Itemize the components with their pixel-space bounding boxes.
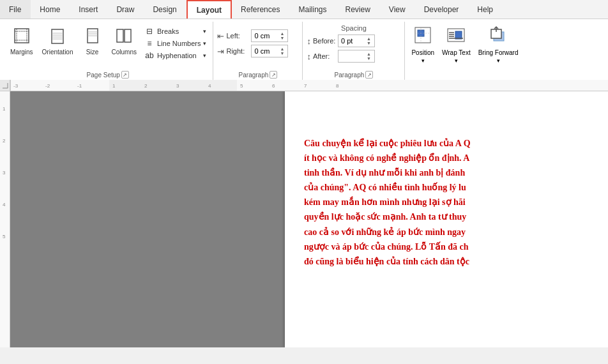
position-dropdown-icon: ▾ bbox=[422, 57, 425, 64]
tab-insert[interactable]: Insert bbox=[70, 0, 107, 19]
indent-right-spinners[interactable]: ▲ ▼ bbox=[280, 47, 285, 56]
position-button[interactable]: Position ▾ bbox=[409, 24, 437, 65]
paragraph-label[interactable]: Paragraph ↗ bbox=[217, 69, 298, 79]
breaks-button[interactable]: ⊟ Breaks ▾ bbox=[142, 26, 209, 37]
tab-layout[interactable]: Layout bbox=[186, 0, 232, 19]
bring-forward-dropdown-icon: ▾ bbox=[497, 57, 500, 64]
vertical-ruler: 1 2 3 4 5 bbox=[0, 91, 10, 347]
indent-left-down[interactable]: ▼ bbox=[280, 36, 285, 40]
indent-right-input[interactable]: ▲ ▼ bbox=[251, 45, 288, 57]
svg-rect-5 bbox=[52, 29, 63, 43]
spacing-before-icon: ↕ bbox=[307, 36, 311, 46]
hyphenation-button[interactable]: ab Hyphenation ▾ bbox=[142, 50, 209, 61]
page-setup-buttons: Margins Orientation bbox=[6, 24, 209, 69]
columns-icon bbox=[115, 27, 133, 47]
spacing-before-row: ↕ Before: ▲ ▼ bbox=[307, 34, 375, 47]
wrap-text-icon bbox=[446, 26, 466, 48]
tab-design[interactable]: Design bbox=[144, 0, 186, 19]
document-text: Câu chuyện kể lại cuộc phiêu lưu của A Q… bbox=[298, 136, 608, 269]
size-button[interactable]: Size bbox=[79, 24, 107, 59]
spacing-before-value[interactable] bbox=[341, 37, 365, 45]
hyphenation-icon: ab bbox=[144, 51, 155, 60]
arrange-buttons: Position ▾ Wrap Text ▾ bbox=[409, 24, 521, 77]
svg-text:6: 6 bbox=[272, 83, 275, 89]
spacing-controls: ↕ Before: ▲ ▼ ↕ After: ▲ ▼ bbox=[307, 33, 400, 69]
spacing-after-down[interactable]: ▼ bbox=[366, 56, 372, 61]
tab-help[interactable]: Help bbox=[468, 0, 503, 19]
spacing-after-icon: ↕ bbox=[307, 52, 311, 61]
spacing-group: Spacing ↕ Before: ▲ ▼ ↕ After: bbox=[303, 22, 405, 80]
svg-rect-21 bbox=[455, 31, 462, 39]
ruler-marks-area: -3 -2 -1 1 2 3 4 5 6 7 8 bbox=[10, 80, 608, 91]
page-setup-label[interactable]: Page Setup ↗ bbox=[6, 69, 209, 79]
indent-group: ⇤ Left: ▲ ▼ ⇥ Right: ▲ ▼ bbox=[213, 22, 303, 80]
orientation-icon bbox=[49, 27, 66, 47]
svg-text:-1: -1 bbox=[77, 83, 82, 89]
paragraph-dialog-icon[interactable]: ↗ bbox=[270, 71, 277, 79]
svg-text:5: 5 bbox=[3, 234, 6, 239]
bring-forward-button[interactable]: Bring Forward ▾ bbox=[476, 24, 521, 65]
tab-developer[interactable]: Developer bbox=[415, 0, 469, 19]
spacing-before-input[interactable]: ▲ ▼ bbox=[338, 34, 375, 47]
columns-button[interactable]: Columns bbox=[108, 24, 141, 59]
svg-rect-35 bbox=[109, 80, 237, 91]
spacing-dialog-icon[interactable]: ↗ bbox=[365, 71, 373, 79]
indent-right-value[interactable] bbox=[254, 47, 278, 55]
tab-references[interactable]: References bbox=[232, 0, 289, 19]
page-setup-dialog-icon[interactable]: ↗ bbox=[121, 71, 129, 79]
margins-button[interactable]: Margins bbox=[6, 24, 37, 59]
spacing-before-down[interactable]: ▼ bbox=[366, 41, 372, 45]
spacing-after-up[interactable]: ▲ bbox=[366, 52, 372, 56]
page-setup-group: Margins Orientation bbox=[3, 22, 213, 80]
tab-mailings[interactable]: Mailings bbox=[289, 0, 336, 19]
indent-left-input[interactable]: ▲ ▼ bbox=[251, 29, 288, 42]
indent-right-down[interactable]: ▼ bbox=[280, 51, 285, 56]
indent-left-icon: ⇤ bbox=[217, 31, 224, 41]
tab-review[interactable]: Review bbox=[336, 0, 379, 19]
main-area: 1 2 3 4 5 Câu chuyện kể lại cuộc phiêu l… bbox=[0, 91, 608, 347]
size-label: Size bbox=[86, 49, 98, 56]
spacing-before-up[interactable]: ▲ bbox=[366, 36, 372, 41]
margins-icon bbox=[13, 27, 31, 47]
wrap-text-label: Wrap Text bbox=[442, 49, 471, 56]
wrap-text-dropdown-icon: ▾ bbox=[455, 57, 458, 64]
position-label: Position bbox=[411, 49, 434, 56]
svg-text:1: 1 bbox=[3, 106, 6, 112]
wrap-text-button[interactable]: Wrap Text ▾ bbox=[439, 24, 473, 65]
svg-text:8: 8 bbox=[336, 83, 339, 89]
horizontal-ruler: -3 -2 -1 1 2 3 4 5 6 7 8 bbox=[0, 80, 608, 91]
indent-left-spinners[interactable]: ▲ ▼ bbox=[280, 31, 285, 40]
orientation-button[interactable]: Orientation bbox=[38, 24, 77, 59]
indent-right-row: ⇥ Right: ▲ ▼ bbox=[217, 45, 288, 57]
spacing-before-label: Before: bbox=[313, 37, 336, 45]
arrange-label bbox=[409, 77, 521, 79]
bring-forward-label: Bring Forward bbox=[478, 49, 519, 56]
tab-draw[interactable]: Draw bbox=[107, 0, 144, 19]
tab-home[interactable]: Home bbox=[31, 0, 70, 19]
margins-label: Margins bbox=[10, 49, 33, 56]
ruler-corner[interactable] bbox=[0, 80, 10, 91]
svg-text:-2: -2 bbox=[45, 83, 50, 89]
indent-right-up[interactable]: ▲ bbox=[280, 47, 285, 51]
indent-right-label: Right: bbox=[226, 47, 249, 55]
svg-text:3: 3 bbox=[176, 83, 179, 89]
tab-view[interactable]: View bbox=[380, 0, 415, 19]
columns-label: Columns bbox=[112, 49, 137, 56]
spacing-paragraph-label[interactable]: Paragraph ↗ bbox=[307, 69, 400, 79]
ribbon: Margins Orientation bbox=[0, 19, 608, 80]
size-icon bbox=[84, 27, 102, 47]
spacing-after-input[interactable]: ▲ ▼ bbox=[338, 50, 375, 63]
document-area: Câu chuyện kể lại cuộc phiêu lưu của A Q… bbox=[10, 91, 608, 347]
indent-left-value[interactable] bbox=[254, 32, 278, 40]
indent-left-row: ⇤ Left: ▲ ▼ bbox=[217, 29, 288, 42]
spacing-after-spinners[interactable]: ▲ ▼ bbox=[366, 52, 372, 61]
line-numbers-button[interactable]: ≡ Line Numbers ▾ bbox=[142, 38, 209, 49]
svg-text:4: 4 bbox=[208, 83, 211, 89]
spacing-before-spinners[interactable]: ▲ ▼ bbox=[366, 36, 372, 45]
indent-left-up[interactable]: ▲ bbox=[280, 31, 285, 36]
spacing-after-value[interactable] bbox=[341, 52, 365, 60]
spacing-group-title: Spacing bbox=[307, 24, 400, 33]
page-setup-small-buttons: ⊟ Breaks ▾ ≡ Line Numbers ▾ ab Hyphenati… bbox=[142, 24, 209, 61]
svg-rect-14 bbox=[117, 29, 123, 42]
tab-file[interactable]: File bbox=[0, 0, 31, 19]
